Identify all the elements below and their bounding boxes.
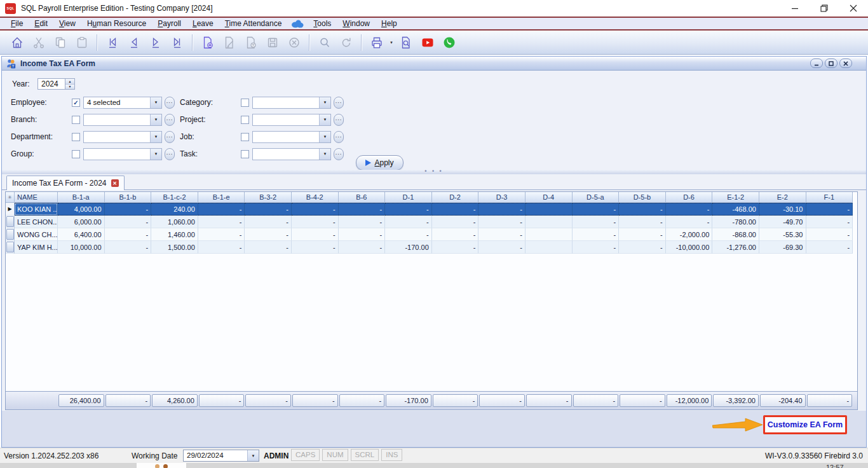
cell-b-1-e[interactable]: - [198,241,245,254]
cell-name[interactable]: WONG CH... [15,228,58,241]
cell-e-1-2[interactable]: -780.00 [712,216,759,228]
cell-b-1-e[interactable]: - [198,216,245,228]
menu-window[interactable]: Window [337,19,376,28]
dropdown-arrow-icon[interactable]: ▼ [150,97,161,108]
cell-d-1[interactable]: - [385,203,432,216]
cell-e-2[interactable]: -69.30 [759,241,806,254]
whatsapp-button[interactable] [438,34,460,52]
cell-b-1-e[interactable]: - [198,203,245,216]
cell-d-1[interactable]: -170.00 [385,241,432,254]
form-maximize-button[interactable] [825,59,837,68]
filter-checkbox-department[interactable] [72,133,80,141]
cell-d-1[interactable]: - [385,228,432,241]
filter-ellipsis-button-branch[interactable]: ... [165,114,175,126]
cell-b-4-2[interactable]: - [292,228,339,241]
cell-d-2[interactable]: - [432,241,479,254]
filter-checkbox-group[interactable] [72,150,80,158]
column-header-d-3[interactable]: D-3 [478,192,526,203]
cell-d-5-a[interactable]: - [573,216,620,228]
apply-button[interactable]: Apply [356,155,403,170]
filter-checkbox-category[interactable] [241,99,249,107]
cell-d-5-b[interactable]: - [619,216,666,228]
cell-b-1-b[interactable]: - [105,241,152,254]
filter-ellipsis-button-task[interactable]: ... [334,148,344,160]
column-header-e-1-2[interactable]: E-1-2 [712,192,759,203]
table-row[interactable]: LEE CHON...6,000.00-1,060.00-----------7… [6,216,857,228]
cell-e-2[interactable]: -30.10 [759,203,806,216]
tab-close-icon[interactable]: ✕ [111,179,119,187]
cell-b-4-2[interactable]: - [292,216,339,228]
cell-d-3[interactable]: - [478,203,526,216]
nav-next-button[interactable] [145,34,166,52]
cell-d-3[interactable]: - [478,241,526,254]
year-input[interactable]: 2024 [37,78,65,90]
filter-ellipsis-button-project[interactable]: ... [334,114,344,126]
cell-b-1-a[interactable]: 6,400.00 [58,228,105,241]
nav-last-button[interactable] [166,34,188,52]
save-button[interactable] [262,34,283,52]
close-button[interactable] [839,0,868,17]
cell-b-1-a[interactable]: 10,000.00 [58,241,105,254]
cell-b-1-a[interactable]: 4,000.00 [58,203,105,216]
column-header-f-1[interactable]: F-1 [806,192,853,203]
cell-b-1-b[interactable]: - [105,228,152,241]
nav-first-button[interactable] [102,34,123,52]
cell-d-5-b[interactable]: - [619,228,666,241]
filter-ellipsis-button-group[interactable]: ... [165,148,175,160]
print-dropdown-caret[interactable]: ▼ [388,34,395,52]
dropdown-arrow-icon[interactable]: ▼ [150,114,161,125]
search-button[interactable] [314,34,336,52]
column-header-d-1[interactable]: D-1 [385,192,432,203]
filter-ellipsis-button-department[interactable]: ... [165,131,175,143]
cell-b-3-2[interactable]: - [245,203,292,216]
nav-prev-button[interactable] [123,34,145,52]
cell-d-5-b[interactable]: - [619,203,666,216]
working-date-picker[interactable]: 29/02/2024 ▼ [183,450,259,462]
filter-checkbox-employee[interactable]: ✓ [72,99,80,107]
cell-d-2[interactable]: - [432,203,479,216]
cell-name[interactable]: YAP KIM H... [15,241,58,254]
filter-checkbox-task[interactable] [241,150,249,158]
column-header-b-1-e[interactable]: B-1-e [198,192,245,203]
cell-b-1-c-2[interactable]: 240.00 [151,203,198,216]
column-header-d-5-a[interactable]: D-5-a [573,192,620,203]
cell-d-5-a[interactable]: - [573,241,620,254]
cell-d-2[interactable]: - [432,216,479,228]
filter-checkbox-job[interactable] [241,133,249,141]
filter-ellipsis-button-category[interactable]: ... [334,97,344,109]
cell-b-1-c-2[interactable]: 1,500.00 [151,241,198,254]
cell-f-1[interactable]: - [806,241,853,254]
column-header-d-2[interactable]: D-2 [432,192,479,203]
cell-d-5-a[interactable]: - [573,203,620,216]
doc-new-button[interactable] [197,34,219,52]
cell-d-6[interactable]: -2,000.00 [666,228,713,241]
cell-b-1-c-2[interactable]: 1,060.00 [151,216,198,228]
column-header-b-1-a[interactable]: B-1-a [58,192,105,203]
cell-b-4-2[interactable]: - [292,241,339,254]
cancel-button[interactable] [283,34,305,52]
cell-b-6[interactable]: - [339,203,386,216]
preview-button[interactable] [395,34,417,52]
doc-delete-button[interactable] [240,34,262,52]
cell-e-2[interactable]: -49.70 [759,216,806,228]
form-minimize-button[interactable] [810,59,823,68]
cell-f-1[interactable]: - [806,228,853,241]
dropdown-arrow-icon[interactable]: ▼ [319,149,330,160]
youtube-button[interactable] [417,34,438,52]
filter-combo-group[interactable]: ▼ [83,148,162,160]
tab-income-tax-ea-form-2024[interactable]: Income Tax EA Form - 2024 ✕ [6,176,125,190]
filter-combo-category[interactable]: ▼ [252,97,331,109]
form-close-button[interactable] [839,59,852,68]
column-header-d-4[interactable]: D-4 [526,192,573,203]
dropdown-arrow-icon[interactable]: ▼ [319,114,330,125]
cell-d-4[interactable] [526,228,573,241]
year-down-icon[interactable]: ▼ [65,85,74,90]
filter-combo-employee[interactable]: 4 selected▼ [83,97,162,109]
cell-b-6[interactable]: - [339,241,386,254]
menu-help[interactable]: Help [376,19,403,28]
cell-d-1[interactable]: - [385,216,432,228]
cut-button[interactable] [28,34,50,52]
minimize-button[interactable] [780,0,810,17]
filter-ellipsis-button-employee[interactable]: ... [165,97,175,109]
table-row[interactable]: ▶KOO KIAN ...4,000.00-240.00-----------4… [6,203,857,216]
